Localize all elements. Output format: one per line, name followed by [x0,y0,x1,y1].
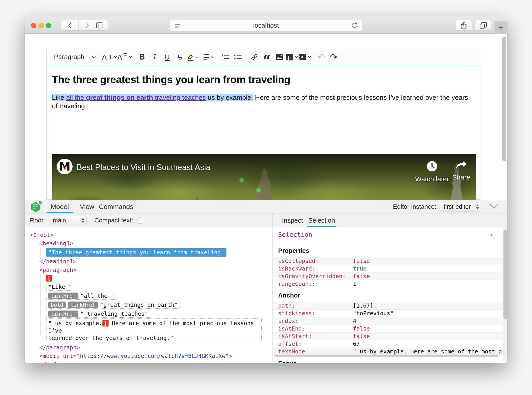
numbered-list-button[interactable]: 12 [219,51,232,63]
video-title[interactable]: Best Places to Visit in Southeast Asia [77,163,210,172]
chevron-down-icon [211,56,214,58]
font-family-button[interactable]: A [117,51,132,63]
property-row: rangeCount:1 [273,280,503,288]
property-row: isAtStart:false [273,332,503,340]
tree-node-text-tail[interactable]: " us by example.] Here are some of the m… [30,318,273,343]
bold-button[interactable]: B [136,51,148,63]
panel-scrollbar-thumb[interactable] [504,230,507,319]
selection-start-marker: [ [30,274,273,282]
toolbar-separator [134,49,134,65]
font-family-lines-icon [124,53,127,57]
tree-node-media-open[interactable]: <media url="https://www.youtube.com/watc… [30,352,273,360]
insert-image-button[interactable] [273,51,286,63]
reload-icon[interactable] [346,22,362,29]
property-row: path:[1,67] [273,302,503,309]
undo-button[interactable]: ↶ [315,51,328,63]
plus-icon: + [498,22,504,33]
align-left-icon [203,54,210,60]
compact-text-checkbox[interactable] [137,218,143,224]
blockquote-button[interactable]: “ [261,51,273,63]
tree-node-text-allthe[interactable]: linkHref"all the " [30,291,273,300]
url-text[interactable]: localhost [186,22,346,29]
root-select[interactable]: main [49,216,87,225]
selection-console-title: Selection [278,231,312,238]
redo-button[interactable]: ↷ [328,51,340,63]
tab-selection[interactable]: Selection [308,214,335,227]
log-to-console-icon[interactable]: >_ [489,231,497,238]
link-button[interactable] [248,51,261,63]
link-great-things-bold[interactable]: great things on earth [86,94,153,101]
section-anchor: Anchor [273,288,503,302]
highlight-button[interactable] [186,51,199,63]
property-row: isBackward:true [273,265,503,272]
toolbar-separator [201,49,201,65]
document-heading: The three greatest things you learn from… [52,73,475,86]
tree-node-media-close[interactable]: </media> [30,360,273,363]
inspector-subbar: Root: main Compact text: Inspect Selecti… [25,214,507,227]
tab-commands[interactable]: Commands [99,200,133,213]
insert-table-button[interactable] [286,51,298,63]
strikethrough-button[interactable]: S [174,51,186,63]
tree-node-paragraph-open[interactable]: <paragraph> [30,266,273,274]
font-size-button[interactable]: A ↕ [102,51,117,63]
channel-avatar[interactable]: M V [57,159,72,174]
tab-overview-button[interactable] [475,20,491,31]
minimize-window-button[interactable] [38,23,44,28]
share-icon [460,22,467,29]
tree-node-heading1-text[interactable]: "The three greatest things you learn fro… [30,248,273,257]
highlight-pen-icon [186,53,194,61]
sidebar-toggle-button[interactable] [92,20,108,31]
ckeditor-5-badge: 5 [38,200,43,205]
tab-view[interactable]: View [80,200,94,213]
tree-node-heading1-close[interactable]: </heading1> [30,257,273,266]
compact-text-label: Compact text: [94,217,133,224]
tab-inspect[interactable]: Inspect [282,214,303,227]
link-traveling-teaches[interactable]: traveling teaches [153,94,206,101]
video-share-button[interactable]: Share [443,160,476,181]
link-all-the[interactable]: all the [66,94,86,101]
reader-mode-icon[interactable] [170,22,186,28]
editor-editable-area[interactable]: The three greatest things you learn from… [46,65,480,200]
close-window-button[interactable] [31,23,36,28]
horizontal-scrollbar-thumb[interactable] [274,355,498,357]
back-button[interactable] [61,20,79,30]
bulleted-list-icon [234,54,242,60]
desktop: { "browser": { "url": "localhost", "new_… [0,0,532,395]
tree-node-heading1-open[interactable]: <heading1> [30,239,273,248]
ckeditor-logo: 5 [31,201,42,213]
bulleted-list-button[interactable] [232,51,244,63]
italic-button[interactable]: I [148,51,161,63]
property-row: isAtEnd:false [273,325,503,332]
inspector-collapse-button[interactable] [489,204,498,209]
address-bar[interactable]: localhost [170,20,362,31]
chevron-down-icon [129,56,132,58]
svg-text:2: 2 [221,57,223,60]
tree-node-text-greatthings[interactable]: boldlinkHref"great things on earth" [30,300,273,309]
underline-button[interactable]: U [161,51,174,63]
chevron-down-icon [114,56,117,58]
zoom-window-button[interactable] [46,23,51,28]
toolbar-separator [217,49,217,65]
share-arrow-icon [455,160,467,170]
page-scrollbar-thumb[interactable] [502,37,506,161]
selection-panel: Selection >_ Properties isCollapsed:fals… [273,227,503,363]
tree-node-text-teaches[interactable]: linkHref" traveling teaches" [30,309,273,318]
youtube-embed[interactable]: M V Best Places to Visit in Southeast As… [52,154,476,200]
tree-node-root-open[interactable]: <$root> [30,230,273,239]
tabs-icon [480,22,487,29]
model-tree-panel: <$root> <heading1> "The three greatest t… [25,227,273,363]
inspector-header: 5 Model View Commands Editor instance: f… [25,200,507,214]
sidebar-icon [96,22,103,28]
editor-instance-select[interactable]: first-editor [440,202,482,211]
tree-node-text-like[interactable]: "Like " [30,282,273,291]
new-tab-button[interactable]: + [494,21,507,34]
tree-node-paragraph-close[interactable]: </paragraph> [30,343,273,352]
toolbar-separator [100,49,100,65]
tab-model[interactable]: Model [50,200,69,213]
share-button[interactable] [456,20,472,31]
media-embed-button[interactable] [298,51,311,63]
link-icon [250,53,258,61]
heading-dropdown[interactable]: Paragraph [50,51,98,63]
alignment-button[interactable] [203,51,215,63]
back-icon [68,22,72,29]
